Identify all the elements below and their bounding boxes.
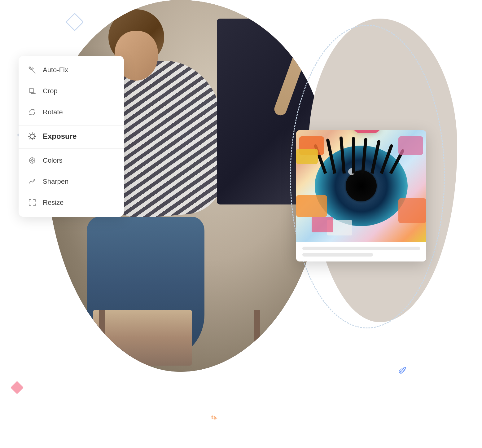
crop-icon	[27, 86, 37, 96]
stool-detail	[93, 310, 192, 366]
pencil-icon: ✏	[395, 362, 411, 378]
lashes-top	[315, 136, 408, 173]
menu-item-auto-fix[interactable]: Auto-Fix	[19, 59, 124, 81]
menu-item-exposure[interactable]: Exposure	[19, 125, 124, 147]
menu-item-sharpen[interactable]: Sharpen	[19, 171, 124, 192]
sharpen-icon	[27, 177, 37, 187]
svg-line-10	[34, 134, 35, 134]
color-orange2	[296, 195, 327, 217]
instagram-post-card: ♥ 💬	[296, 130, 426, 261]
post-bar-full	[302, 247, 420, 250]
exposure-label: Exposure	[43, 132, 77, 141]
post-card-footer	[296, 242, 426, 261]
post-bar-short	[302, 253, 373, 257]
scene: Auto-Fix Crop R	[0, 0, 482, 448]
exposure-icon	[27, 131, 37, 141]
stool-leg-1	[99, 310, 105, 366]
rotate-label: Rotate	[43, 108, 63, 116]
stool-leg-2	[254, 310, 260, 366]
color-pink	[398, 136, 423, 155]
resize-label: Resize	[43, 199, 64, 207]
svg-line-11	[30, 138, 30, 139]
color-magenta	[312, 217, 333, 232]
edit-tools-menu: Auto-Fix Crop R	[19, 56, 124, 217]
svg-rect-2	[30, 89, 33, 92]
color-yellow	[296, 149, 318, 164]
diamond-pink-bottom-left	[11, 381, 24, 394]
svg-point-3	[30, 134, 34, 138]
auto-fix-icon	[27, 65, 37, 75]
post-card-bars	[302, 247, 420, 257]
colors-icon	[27, 156, 37, 165]
svg-point-13	[31, 160, 33, 161]
menu-item-rotate[interactable]: Rotate	[19, 102, 124, 123]
colors-label: Colors	[43, 156, 63, 165]
svg-line-8	[30, 134, 30, 134]
resize-icon	[27, 198, 37, 208]
pencil-small-icon: ✏	[209, 412, 219, 424]
color-red-orange	[398, 198, 426, 223]
menu-item-crop[interactable]: Crop	[19, 81, 124, 102]
menu-item-colors[interactable]: Colors	[19, 150, 124, 171]
sharpen-label: Sharpen	[43, 178, 68, 186]
crop-label: Crop	[43, 87, 58, 95]
menu-item-resize[interactable]: Resize	[19, 192, 124, 213]
auto-fix-label: Auto-Fix	[43, 66, 68, 74]
post-card-image	[296, 130, 426, 242]
eye-pupil	[346, 170, 377, 201]
svg-line-9	[34, 138, 35, 139]
menu-divider-2	[19, 148, 124, 149]
menu-divider	[19, 124, 124, 124]
rotate-icon	[27, 107, 37, 117]
